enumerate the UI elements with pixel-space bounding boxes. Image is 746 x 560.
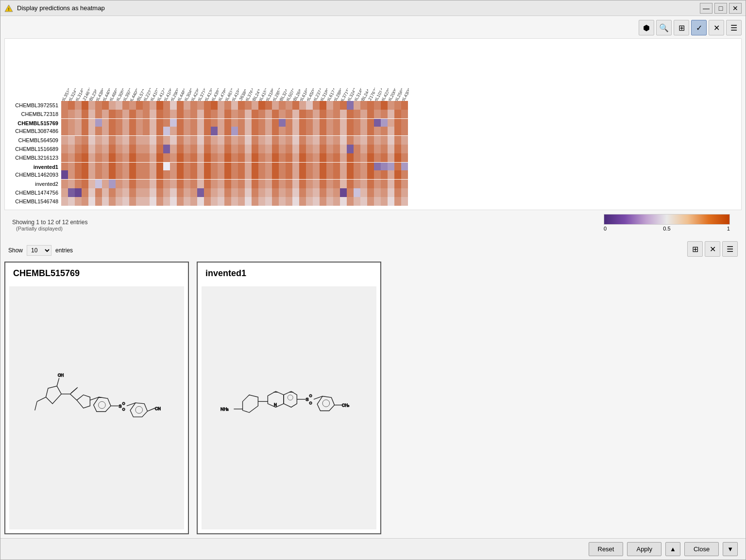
heatmap-cell[interactable]: [401, 153, 408, 162]
heatmap-cell[interactable]: [109, 127, 116, 135]
card-close-button[interactable]: ✕: [705, 241, 720, 257]
heatmap-cell[interactable]: [129, 136, 136, 145]
heatmap-cell[interactable]: [190, 101, 197, 110]
heatmap-cell[interactable]: [224, 188, 231, 197]
heatmap-cell[interactable]: [313, 110, 320, 118]
heatmap-cell[interactable]: [116, 153, 122, 162]
heatmap-cell[interactable]: [258, 145, 265, 153]
heatmap-cell[interactable]: [231, 145, 238, 153]
heatmap-cell[interactable]: [190, 188, 197, 197]
heatmap-cell[interactable]: [156, 127, 163, 135]
heatmap-cell[interactable]: [394, 110, 401, 118]
heatmap-cell[interactable]: [367, 110, 374, 118]
heatmap-cell[interactable]: [326, 127, 333, 135]
heatmap-cell[interactable]: [75, 127, 82, 135]
heatmap-cell[interactable]: [204, 136, 211, 145]
heatmap-cell[interactable]: [184, 153, 190, 162]
heatmap-cell[interactable]: [88, 101, 95, 110]
heatmap-cell[interactable]: [190, 170, 197, 179]
heatmap-cell[interactable]: [197, 145, 204, 153]
heatmap-cell[interactable]: [190, 136, 197, 145]
heatmap-cell[interactable]: [326, 101, 333, 110]
heatmap-cell[interactable]: [279, 145, 286, 153]
heatmap-cell[interactable]: [238, 188, 245, 197]
close-tool-button[interactable]: ✕: [709, 20, 724, 35]
heatmap-cell[interactable]: [68, 180, 75, 188]
heatmap-cell[interactable]: [61, 127, 68, 135]
heatmap-cell[interactable]: [170, 101, 177, 110]
heatmap-cell[interactable]: [197, 180, 204, 188]
heatmap-cell[interactable]: [326, 153, 333, 162]
heatmap-cell[interactable]: [381, 127, 388, 135]
heatmap-cell[interactable]: [143, 170, 150, 179]
heatmap-cell[interactable]: [354, 197, 360, 206]
heatmap-cell[interactable]: [292, 197, 299, 206]
heatmap-cell[interactable]: [184, 188, 190, 197]
heatmap-cell[interactable]: [299, 170, 306, 179]
heatmap-cell[interactable]: [129, 188, 136, 197]
heatmap-cell[interactable]: [326, 197, 333, 206]
heatmap-cell[interactable]: [61, 197, 68, 206]
heatmap-cell[interactable]: [211, 101, 218, 110]
heatmap-cell[interactable]: [279, 188, 286, 197]
heatmap-cell[interactable]: [381, 145, 388, 153]
heatmap-cell[interactable]: [347, 101, 354, 110]
heatmap-cell[interactable]: [388, 101, 394, 110]
heatmap-cell[interactable]: [204, 153, 211, 162]
heatmap-cell[interactable]: [347, 110, 354, 118]
heatmap-cell[interactable]: [313, 197, 320, 206]
heatmap-cell[interactable]: [265, 110, 272, 118]
heatmap-cell[interactable]: [299, 188, 306, 197]
heatmap-cell[interactable]: [163, 136, 170, 145]
heatmap-cell[interactable]: [102, 153, 109, 162]
heatmap-cell[interactable]: [320, 136, 326, 145]
heatmap-cell[interactable]: [272, 110, 279, 118]
heatmap-cell[interactable]: [197, 127, 204, 135]
heatmap-cell[interactable]: [245, 127, 252, 135]
heatmap-cell[interactable]: [177, 170, 184, 179]
heatmap-cell[interactable]: [150, 180, 156, 188]
heatmap-cell[interactable]: [177, 136, 184, 145]
heatmap-cell[interactable]: [381, 136, 388, 145]
heatmap-cell[interactable]: [340, 188, 347, 197]
heatmap-cell[interactable]: [102, 188, 109, 197]
heatmap-cell[interactable]: [306, 180, 313, 188]
heatmap-cell[interactable]: [360, 127, 367, 135]
heatmap-cell[interactable]: [320, 180, 326, 188]
grid-tool-button[interactable]: ⊞: [674, 20, 689, 35]
heatmap-cell[interactable]: [265, 101, 272, 110]
heatmap-cell[interactable]: [116, 145, 122, 153]
heatmap-cell[interactable]: [190, 197, 197, 206]
heatmap-cell[interactable]: [156, 197, 163, 206]
heatmap-cell[interactable]: [190, 145, 197, 153]
heatmap-cell[interactable]: [122, 197, 129, 206]
minimize-button[interactable]: —: [700, 3, 712, 14]
heatmap-cell[interactable]: [218, 180, 224, 188]
heatmap-cell[interactable]: [75, 145, 82, 153]
heatmap-cell[interactable]: [326, 110, 333, 118]
heatmap-cell[interactable]: [224, 197, 231, 206]
heatmap-cell[interactable]: [401, 188, 408, 197]
heatmap-cell[interactable]: [374, 127, 381, 135]
heatmap-cell[interactable]: [306, 110, 313, 118]
heatmap-cell[interactable]: [197, 188, 204, 197]
heatmap-cell[interactable]: [170, 110, 177, 118]
heatmap-cell[interactable]: [231, 136, 238, 145]
heatmap-cell[interactable]: [109, 153, 116, 162]
heatmap-cell[interactable]: [245, 145, 252, 153]
heatmap-cell[interactable]: [354, 136, 360, 145]
heatmap-cell[interactable]: [122, 145, 129, 153]
heatmap-cell[interactable]: [163, 153, 170, 162]
heatmap-cell[interactable]: [340, 197, 347, 206]
heatmap-cell[interactable]: [320, 153, 326, 162]
heatmap-cell[interactable]: [150, 153, 156, 162]
search-tool-button[interactable]: 🔍: [656, 20, 672, 35]
heatmap-cell[interactable]: [136, 101, 143, 110]
heatmap-cell[interactable]: [320, 188, 326, 197]
heatmap-cell[interactable]: [129, 101, 136, 110]
heatmap-cell[interactable]: [401, 136, 408, 145]
heatmap-cell[interactable]: [320, 145, 326, 153]
heatmap-cell[interactable]: [238, 197, 245, 206]
heatmap-cell[interactable]: [156, 145, 163, 153]
heatmap-cell[interactable]: [238, 180, 245, 188]
